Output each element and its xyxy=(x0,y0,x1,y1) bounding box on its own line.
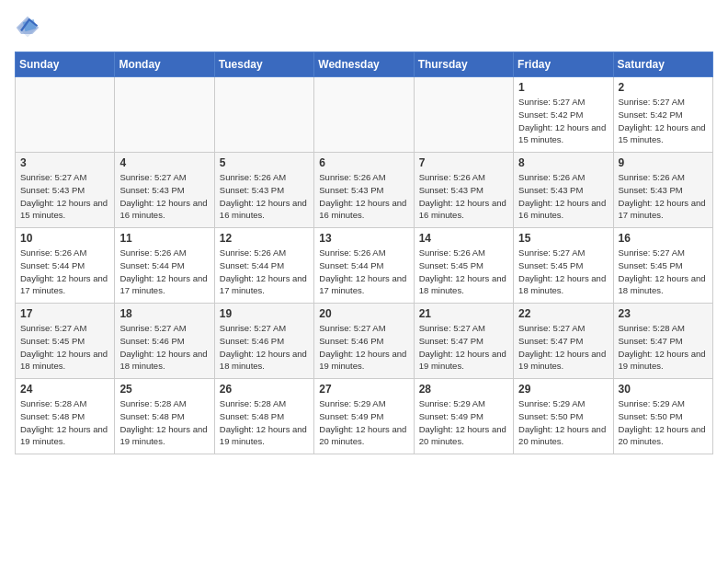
day-cell: 23Sunrise: 5:28 AM Sunset: 5:47 PM Dayli… xyxy=(613,304,712,379)
day-cell: 21Sunrise: 5:27 AM Sunset: 5:47 PM Dayli… xyxy=(414,304,513,379)
logo xyxy=(15,15,44,40)
day-info: Sunrise: 5:27 AM Sunset: 5:45 PM Dayligh… xyxy=(20,322,109,373)
day-cell xyxy=(414,77,513,153)
day-number: 1 xyxy=(518,81,608,94)
day-number: 23 xyxy=(619,307,708,320)
day-number: 28 xyxy=(419,383,508,396)
day-info: Sunrise: 5:26 AM Sunset: 5:45 PM Dayligh… xyxy=(419,247,508,297)
day-number: 30 xyxy=(619,383,708,396)
day-number: 25 xyxy=(119,383,209,396)
week-row-2: 3Sunrise: 5:27 AM Sunset: 5:43 PM Daylig… xyxy=(16,153,713,228)
day-cell: 11Sunrise: 5:26 AM Sunset: 5:44 PM Dayli… xyxy=(115,228,214,304)
day-number: 12 xyxy=(220,232,309,245)
day-info: Sunrise: 5:26 AM Sunset: 5:44 PM Dayligh… xyxy=(220,247,309,297)
day-number: 13 xyxy=(319,232,408,245)
weekday-header-row: SundayMondayTuesdayWednesdayThursdayFrid… xyxy=(16,52,713,77)
day-cell: 5Sunrise: 5:26 AM Sunset: 5:43 PM Daylig… xyxy=(214,153,313,228)
day-cell: 6Sunrise: 5:26 AM Sunset: 5:43 PM Daylig… xyxy=(314,153,414,228)
day-number: 19 xyxy=(220,307,309,320)
day-info: Sunrise: 5:26 AM Sunset: 5:43 PM Dayligh… xyxy=(319,171,408,222)
day-cell: 30Sunrise: 5:29 AM Sunset: 5:50 PM Dayli… xyxy=(613,379,712,454)
day-info: Sunrise: 5:27 AM Sunset: 5:42 PM Dayligh… xyxy=(518,96,608,146)
day-info: Sunrise: 5:27 AM Sunset: 5:45 PM Dayligh… xyxy=(619,247,708,297)
week-row-5: 24Sunrise: 5:28 AM Sunset: 5:48 PM Dayli… xyxy=(16,379,713,454)
weekday-header-tuesday: Tuesday xyxy=(214,52,313,77)
day-number: 8 xyxy=(518,156,608,169)
day-number: 18 xyxy=(119,307,209,320)
day-number: 5 xyxy=(220,156,309,169)
logo-icon xyxy=(15,15,40,40)
day-number: 16 xyxy=(619,232,708,245)
day-info: Sunrise: 5:27 AM Sunset: 5:43 PM Dayligh… xyxy=(20,171,109,222)
day-number: 7 xyxy=(419,156,508,169)
day-number: 3 xyxy=(20,156,109,169)
day-cell: 10Sunrise: 5:26 AM Sunset: 5:44 PM Dayli… xyxy=(16,228,115,304)
day-cell xyxy=(16,77,115,153)
weekday-header-wednesday: Wednesday xyxy=(314,52,414,77)
day-cell: 12Sunrise: 5:26 AM Sunset: 5:44 PM Dayli… xyxy=(214,228,313,304)
day-info: Sunrise: 5:29 AM Sunset: 5:49 PM Dayligh… xyxy=(319,397,408,448)
weekday-header-friday: Friday xyxy=(514,52,613,77)
day-info: Sunrise: 5:28 AM Sunset: 5:48 PM Dayligh… xyxy=(119,397,209,448)
day-cell: 28Sunrise: 5:29 AM Sunset: 5:49 PM Dayli… xyxy=(414,379,513,454)
day-number: 26 xyxy=(220,383,309,396)
day-cell: 20Sunrise: 5:27 AM Sunset: 5:46 PM Dayli… xyxy=(314,304,414,379)
day-info: Sunrise: 5:26 AM Sunset: 5:43 PM Dayligh… xyxy=(419,171,508,222)
day-number: 4 xyxy=(119,156,209,169)
day-cell: 18Sunrise: 5:27 AM Sunset: 5:46 PM Dayli… xyxy=(115,304,214,379)
day-number: 21 xyxy=(419,307,508,320)
day-cell: 29Sunrise: 5:29 AM Sunset: 5:50 PM Dayli… xyxy=(514,379,613,454)
day-number: 20 xyxy=(319,307,408,320)
day-info: Sunrise: 5:28 AM Sunset: 5:48 PM Dayligh… xyxy=(220,397,309,448)
day-info: Sunrise: 5:26 AM Sunset: 5:44 PM Dayligh… xyxy=(20,247,109,297)
day-info: Sunrise: 5:26 AM Sunset: 5:43 PM Dayligh… xyxy=(220,171,309,222)
day-info: Sunrise: 5:27 AM Sunset: 5:42 PM Dayligh… xyxy=(619,96,708,146)
weekday-header-monday: Monday xyxy=(115,52,214,77)
day-cell: 26Sunrise: 5:28 AM Sunset: 5:48 PM Dayli… xyxy=(214,379,313,454)
week-row-4: 17Sunrise: 5:27 AM Sunset: 5:45 PM Dayli… xyxy=(16,304,713,379)
day-cell: 24Sunrise: 5:28 AM Sunset: 5:48 PM Dayli… xyxy=(16,379,115,454)
day-number: 2 xyxy=(619,81,708,94)
day-number: 10 xyxy=(20,232,109,245)
day-cell: 16Sunrise: 5:27 AM Sunset: 5:45 PM Dayli… xyxy=(613,228,712,304)
day-info: Sunrise: 5:28 AM Sunset: 5:47 PM Dayligh… xyxy=(619,322,708,373)
day-cell: 3Sunrise: 5:27 AM Sunset: 5:43 PM Daylig… xyxy=(16,153,115,228)
day-info: Sunrise: 5:26 AM Sunset: 5:44 PM Dayligh… xyxy=(119,247,209,297)
day-number: 11 xyxy=(119,232,209,245)
day-number: 15 xyxy=(518,232,608,245)
day-cell xyxy=(214,77,313,153)
day-cell: 9Sunrise: 5:26 AM Sunset: 5:43 PM Daylig… xyxy=(613,153,712,228)
day-cell: 22Sunrise: 5:27 AM Sunset: 5:47 PM Dayli… xyxy=(514,304,613,379)
day-cell: 27Sunrise: 5:29 AM Sunset: 5:49 PM Dayli… xyxy=(314,379,414,454)
day-info: Sunrise: 5:29 AM Sunset: 5:49 PM Dayligh… xyxy=(419,397,508,448)
day-number: 14 xyxy=(419,232,508,245)
day-info: Sunrise: 5:28 AM Sunset: 5:48 PM Dayligh… xyxy=(20,397,109,448)
day-number: 17 xyxy=(20,307,109,320)
day-info: Sunrise: 5:27 AM Sunset: 5:46 PM Dayligh… xyxy=(119,322,209,373)
calendar-table: SundayMondayTuesdayWednesdayThursdayFrid… xyxy=(15,52,713,454)
day-cell: 4Sunrise: 5:27 AM Sunset: 5:43 PM Daylig… xyxy=(115,153,214,228)
day-cell: 1Sunrise: 5:27 AM Sunset: 5:42 PM Daylig… xyxy=(514,77,613,153)
day-info: Sunrise: 5:27 AM Sunset: 5:47 PM Dayligh… xyxy=(419,322,508,373)
day-cell: 15Sunrise: 5:27 AM Sunset: 5:45 PM Dayli… xyxy=(514,228,613,304)
page-header xyxy=(15,15,713,40)
day-info: Sunrise: 5:27 AM Sunset: 5:46 PM Dayligh… xyxy=(319,322,408,373)
day-number: 29 xyxy=(518,383,608,396)
day-info: Sunrise: 5:27 AM Sunset: 5:46 PM Dayligh… xyxy=(220,322,309,373)
day-cell: 8Sunrise: 5:26 AM Sunset: 5:43 PM Daylig… xyxy=(514,153,613,228)
week-row-3: 10Sunrise: 5:26 AM Sunset: 5:44 PM Dayli… xyxy=(16,228,713,304)
day-cell: 17Sunrise: 5:27 AM Sunset: 5:45 PM Dayli… xyxy=(16,304,115,379)
weekday-header-saturday: Saturday xyxy=(613,52,712,77)
day-info: Sunrise: 5:26 AM Sunset: 5:43 PM Dayligh… xyxy=(518,171,608,222)
day-cell xyxy=(314,77,414,153)
day-cell: 13Sunrise: 5:26 AM Sunset: 5:44 PM Dayli… xyxy=(314,228,414,304)
day-cell: 2Sunrise: 5:27 AM Sunset: 5:42 PM Daylig… xyxy=(613,77,712,153)
day-cell: 25Sunrise: 5:28 AM Sunset: 5:48 PM Dayli… xyxy=(115,379,214,454)
day-cell xyxy=(115,77,214,153)
week-row-1: 1Sunrise: 5:27 AM Sunset: 5:42 PM Daylig… xyxy=(16,77,713,153)
day-info: Sunrise: 5:27 AM Sunset: 5:47 PM Dayligh… xyxy=(518,322,608,373)
day-cell: 7Sunrise: 5:26 AM Sunset: 5:43 PM Daylig… xyxy=(414,153,513,228)
day-info: Sunrise: 5:26 AM Sunset: 5:44 PM Dayligh… xyxy=(319,247,408,297)
day-number: 27 xyxy=(319,383,408,396)
day-number: 24 xyxy=(20,383,109,396)
